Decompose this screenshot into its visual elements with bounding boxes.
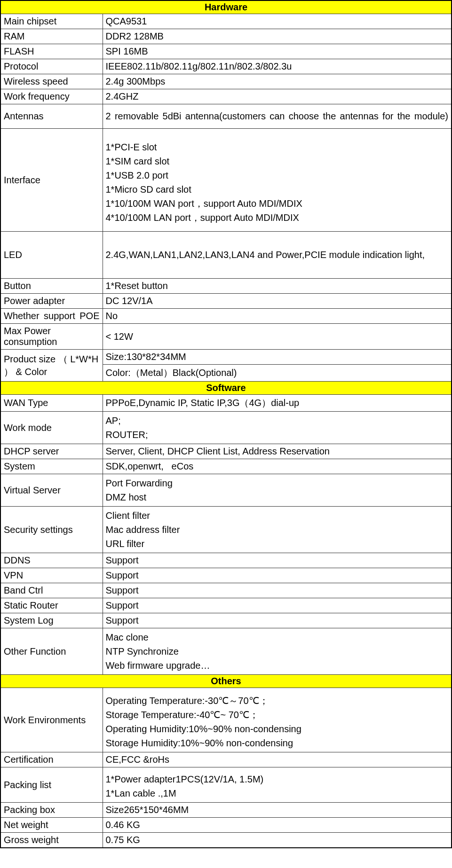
row-flash: FLASH SPI 16MB [0,44,452,59]
value-product-size-1: Size:130*82*34MM [103,350,452,365]
row-system-log: System Log Support [0,613,452,628]
virtual-server-line2: DMZ host [106,490,449,504]
row-work-env: Work Environments Operating Temperature:… [0,688,452,752]
row-button: Button 1*Reset button [0,279,452,294]
row-certification: Certification CE,FCC &roHs [0,752,452,767]
row-interface: Interface 1*PCI-E slot 1*SIM card slot 1… [0,129,452,232]
label-gross-weight: Gross weight [0,833,103,848]
label-packing-list: Packing list [0,767,103,803]
label-dhcp: DHCP server [0,444,103,459]
security-line1: Client filter [106,508,449,523]
row-work-frequency: Work frequency 2.4GHZ [0,89,452,104]
work-env-line4: Storage Humidity:10%~90% non-condensing [106,736,449,750]
interface-line6: 4*10/100M LAN port，support Auto MDI/MDIX [106,211,449,225]
other-function-line1: Mac clone [106,630,449,644]
section-header-others: Others [0,675,452,688]
section-header-software: Software [0,382,452,395]
row-ddns: DDNS Support [0,553,452,568]
section-header-hardware: Hardware [0,0,452,14]
label-max-power: Max Power consumption [0,324,103,350]
label-work-frequency: Work frequency [0,89,103,104]
label-work-env: Work Environments [0,688,103,752]
row-dhcp: DHCP server Server, Client, DHCP Client … [0,444,452,459]
value-work-mode: AP; ROUTER; [103,412,452,444]
row-system: System SDK,openwrt, eCos [0,459,452,474]
work-env-line2: Storage Temperature:-40℃~ 70℃； [106,708,449,722]
label-virtual-server: Virtual Server [0,474,103,507]
row-poe: Whether support POE No [0,309,452,324]
value-ram: DDR2 128MB [103,29,452,44]
label-product-size: Product size （ L*W*H ） & Color [0,350,103,382]
row-gross-weight: Gross weight 0.75 KG [0,833,452,848]
value-wireless-speed: 2.4g 300Mbps [103,74,452,89]
value-max-power: < 12W [103,324,452,350]
row-static-router: Static Router Support [0,598,452,613]
value-dhcp: Server, Client, DHCP Client List, Addres… [103,444,452,459]
value-static-router: Support [103,598,452,613]
value-vpn: Support [103,568,452,583]
packing-list-line1: 1*Power adapter1PCS(12V/1A, 1.5M) [106,772,449,786]
value-virtual-server: Port Forwarding DMZ host [103,474,452,507]
virtual-server-line1: Port Forwarding [106,476,449,490]
value-packing-list: 1*Power adapter1PCS(12V/1A, 1.5M) 1*Lan … [103,767,452,803]
value-flash: SPI 16MB [103,44,452,59]
row-wireless-speed: Wireless speed 2.4g 300Mbps [0,74,452,89]
label-protocol: Protocol [0,59,103,74]
value-led: 2.4G,WAN,LAN1,LAN2,LAN3,LAN4 and Power,P… [103,232,452,279]
row-packing-list: Packing list 1*Power adapter1PCS(12V/1A,… [0,767,452,803]
row-other-function: Other Function Mac clone NTP Synchronize… [0,628,452,675]
label-band-ctrl: Band Ctrl [0,583,103,598]
label-antennas: Antennas [0,104,103,129]
row-max-power: Max Power consumption < 12W [0,324,452,350]
value-gross-weight: 0.75 KG [103,833,452,848]
row-band-ctrl: Band Ctrl Support [0,583,452,598]
spec-table: Hardware Main chipset QCA9531 RAM DDR2 1… [0,0,452,848]
row-protocol: Protocol IEEE802.11b/802.11g/802.11n/802… [0,59,452,74]
label-wireless-speed: Wireless speed [0,74,103,89]
value-certification: CE,FCC &roHs [103,752,452,767]
label-certification: Certification [0,752,103,767]
value-work-frequency: 2.4GHZ [103,89,452,104]
interface-line5: 1*10/100M WAN port，support Auto MDI/MDIX [106,196,449,211]
security-line2: Mac address filter [106,523,449,537]
label-ram: RAM [0,29,103,44]
value-poe: No [103,309,452,324]
row-vpn: VPN Support [0,568,452,583]
security-line3: URL filter [106,537,449,551]
value-button: 1*Reset button [103,279,452,294]
row-net-weight: Net weight 0.46 KG [0,818,452,833]
value-interface: 1*PCI-E slot 1*SIM card slot 1*USB 2.0 p… [103,129,452,232]
value-net-weight: 0.46 KG [103,818,452,833]
value-other-function: Mac clone NTP Synchronize Web firmware u… [103,628,452,675]
work-env-line1: Operating Temperature:-30℃～70℃； [106,694,449,708]
value-work-env: Operating Temperature:-30℃～70℃； Storage … [103,688,452,752]
label-led: LED [0,232,103,279]
label-system-log: System Log [0,613,103,628]
label-power-adapter: Power adapter [0,294,103,309]
row-security: Security settings Client filter Mac addr… [0,507,452,553]
value-wan-type: PPPoE,Dynamic IP, Static IP,3G（4G）dial-u… [103,395,452,412]
other-function-line3: Web firmware upgrade… [106,658,449,673]
row-wan-type: WAN Type PPPoE,Dynamic IP, Static IP,3G（… [0,395,452,412]
row-antennas: Antennas 2 removable 5dBi antenna(custom… [0,104,452,129]
interface-line1: 1*PCI-E slot [106,140,449,154]
label-system: System [0,459,103,474]
row-virtual-server: Virtual Server Port Forwarding DMZ host [0,474,452,507]
row-work-mode: Work mode AP; ROUTER; [0,412,452,444]
work-mode-line1: AP; [106,414,449,428]
value-security: Client filter Mac address filter URL fil… [103,507,452,553]
value-power-adapter: DC 12V/1A [103,294,452,309]
row-product-size-1: Product size （ L*W*H ） & Color Size:130*… [0,350,452,365]
work-env-line3: Operating Humidity:10%~90% non-condensin… [106,722,449,736]
interface-line3: 1*USB 2.0 port [106,168,449,182]
row-led: LED 2.4G,WAN,LAN1,LAN2,LAN3,LAN4 and Pow… [0,232,452,279]
label-main-chipset: Main chipset [0,14,103,29]
label-vpn: VPN [0,568,103,583]
row-ram: RAM DDR2 128MB [0,29,452,44]
value-system: SDK,openwrt, eCos [103,459,452,474]
value-antennas: 2 removable 5dBi antenna(customers can c… [103,104,452,129]
label-poe: Whether support POE [0,309,103,324]
value-product-size-2: Color:（Metal）Black(Optional) [103,365,452,382]
label-wan-type: WAN Type [0,395,103,412]
interface-line4: 1*Micro SD card slot [106,182,449,196]
